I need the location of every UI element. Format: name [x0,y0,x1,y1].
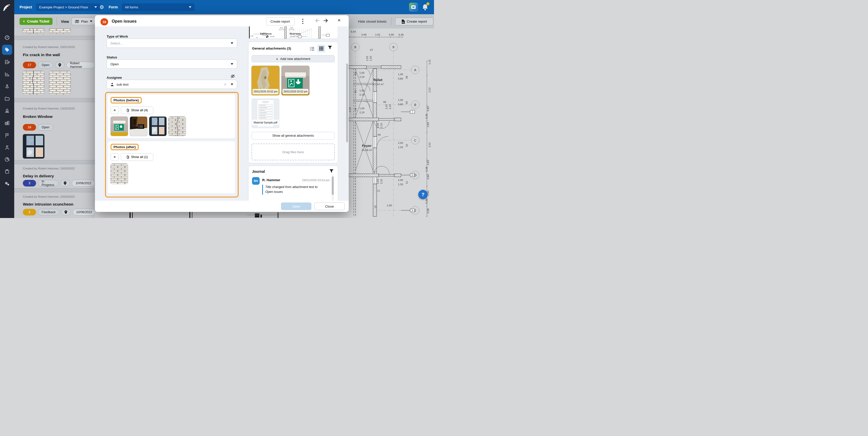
person-pin-icon [4,84,10,89]
assignee-value: sub test [117,83,128,86]
status-label: Status [106,55,117,59]
show-all-photos-button[interactable]: Show all (1) [121,153,153,161]
sidebar-item-reports[interactable] [2,154,12,165]
journal-author: R. Hammer [262,178,280,182]
filter-funnel-icon[interactable] [328,46,332,50]
ticket-plan-snippet[interactable]: Entrance ±0,00 Stairway 15,52 m² 1,00 17 [248,26,338,39]
plan-grid-label: A [414,68,416,72]
divider [57,17,57,25]
ticket-photo-thumbnail[interactable] [49,71,70,94]
attachment-date-badge: 29/01/2026 03:52 pm [252,89,278,94]
plan-grid-label: C [414,139,416,142]
ticket-photo-thumbnail[interactable] [23,134,44,158]
close-button[interactable]: Close [314,203,345,210]
sidebar-item-settings[interactable] [2,179,12,189]
ticket-badges: 17 Open Robert Hammer [23,62,95,68]
attachment-thumbnail-damaged-wall[interactable]: 29/01/2026 03:52 pm [251,66,279,95]
photo-thumbnail-broken-window[interactable] [149,117,166,136]
document-edit-icon [4,59,10,65]
chevron-down-icon [231,42,233,44]
plan-dimension-label: 2,02 [428,87,431,92]
sidebar-item-documents[interactable] [2,93,12,104]
add-new-attachment-button[interactable]: + Add new attachment [251,55,335,62]
photo-thumbnail-brick-crack[interactable] [168,117,186,136]
sidebar-item-dashboard[interactable] [2,32,12,43]
modal-kebab-menu-icon[interactable] [302,18,304,25]
drag-files-dropzone[interactable]: Drag files here [251,144,335,160]
ticket-card[interactable]: Created by Robert Hammer, 13/02/2025 Bro… [14,101,95,160]
form-select[interactable]: All forms [122,3,194,11]
assignee-select[interactable]: sub test ✕ [106,80,237,89]
project-settings-gear-icon[interactable]: ⚙ [99,0,104,14]
divider [391,17,392,25]
show-all-photos-button[interactable]: Show all (4) [121,107,153,114]
ticket-photo-thumbnail[interactable] [23,71,44,94]
create-report-button[interactable]: PDF Create report [395,18,433,25]
plan-dimension-label: 0,80 [398,103,403,106]
ticket-title: Broken Window [23,114,53,119]
project-select[interactable]: Example Project > Ground Floor [36,3,100,11]
ticket-card[interactable]: Created by Robert Hammer, 10/03/2022 Wat… [14,192,95,218]
view-mode-select[interactable]: Plan [71,18,96,25]
ticket-card[interactable]: Created by Robert Hammer, 23/01/2026 Fix… [14,39,95,98]
help-button[interactable]: ? [418,190,428,199]
plan-dimension-label: 2,02 [428,142,431,147]
chevron-down-icon [189,6,191,8]
flag-icon [4,133,10,138]
journal-scrollbar-thumb[interactable] [332,177,334,195]
journal-scrollbar[interactable] [332,175,334,201]
eye-off-icon[interactable] [230,74,235,78]
clear-assignee-icon[interactable]: ✕ [224,83,227,86]
ticket-photo-thumbnail[interactable] [49,28,70,33]
next-ticket-arrow-icon[interactable] [323,18,329,23]
sidebar-item-tasks[interactable] [2,167,12,177]
grid-view-icon-active[interactable] [317,45,325,52]
chevron-down-icon [231,63,233,65]
modal-scrollbar-thumb[interactable] [346,63,348,142]
sidebar-item-statistics[interactable] [2,69,12,79]
create-ticket-button[interactable]: + Create Ticket [20,18,53,25]
save-button[interactable]: Save [281,203,311,210]
add-photo-button[interactable]: + [111,153,119,161]
journal-filter-funnel-icon[interactable] [329,169,334,173]
add-photo-button[interactable]: + [111,107,119,114]
plan-dimension-label: 2,10 [389,104,391,109]
assignee-label: Assignee [106,76,122,80]
sidebar-item-tickets[interactable] [2,45,12,55]
ticket-card[interactable]: Created by Robert Hammer, 10/03/2022 Del… [14,164,95,188]
ticket-photo-thumbnail[interactable] [23,28,44,33]
close-icon[interactable]: ✕ [338,18,341,23]
photo-thumbnail-exit-sign[interactable] [111,117,128,136]
show-all-attachments-button[interactable]: Show all general attachments [251,132,335,140]
ticket-list-panel[interactable]: Created by Robert Hammer, 23/01/2026 Fix… [14,28,95,218]
attachment-pdf-tile[interactable]: Material Sample.pdf [251,98,279,128]
sidebar-expand-chevron-icon[interactable] [2,215,12,218]
connect-app-icon[interactable] [409,3,418,11]
ticket-title: Water intrusion scuncheon [23,202,73,207]
gauge-icon [4,35,10,40]
previous-ticket-arrow-icon[interactable] [315,18,320,23]
status-select[interactable]: Open [106,59,237,68]
type-of-work-select[interactable]: Select... [106,39,237,48]
photo-thumbnail-brick-repaired[interactable] [111,164,128,184]
buildings-icon [4,120,10,126]
sidebar-item-site-presence[interactable] [2,81,12,91]
photo-thumbnail-toolbox[interactable] [130,117,147,136]
plan-dimension-label: 2,10 [360,93,365,96]
sidebar-item-approvals[interactable] [2,106,12,116]
sidebar-item-plans[interactable] [2,57,12,67]
create-report-button[interactable]: Create report [266,17,294,25]
ticket-card-partial[interactable] [14,28,95,36]
location-pin-icon [64,181,66,185]
ticket-created-by: Created by Robert Hammer, 23/01/2026 [23,46,75,49]
attachment-thumbnail-exit-sign[interactable]: 29/01/2026 03:52 pm [281,66,309,95]
plan-dimension-label: 1,00 [377,123,379,128]
list-view-icon[interactable] [309,46,315,52]
sidebar-item-flags[interactable] [2,130,12,140]
sidebar-item-users[interactable] [2,142,12,152]
bar-chart-icon [4,71,10,77]
sidebar-item-company[interactable] [2,118,12,128]
plan-dimension-label: 1,00 [377,179,379,184]
plan-dimension-label: 06 [383,101,386,104]
app-logo[interactable] [0,0,14,14]
